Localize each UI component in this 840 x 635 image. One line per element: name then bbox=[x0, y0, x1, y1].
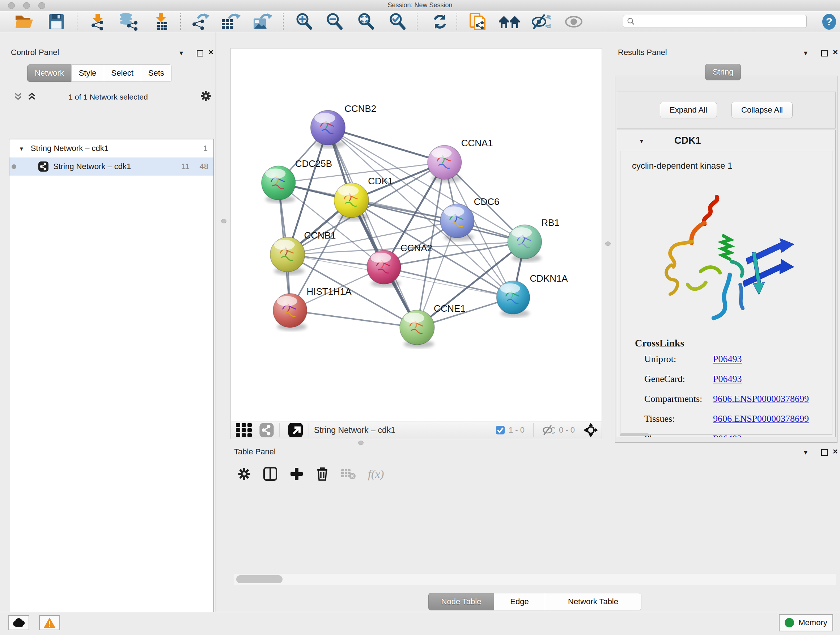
panel-close-icon[interactable]: × bbox=[208, 49, 213, 56]
network-options-gear-icon[interactable] bbox=[201, 90, 211, 103]
memory-label: Memory bbox=[798, 618, 827, 627]
right-splitter-handle[interactable] bbox=[605, 241, 611, 246]
table-options-gear-icon[interactable] bbox=[238, 467, 251, 480]
panel-maximize-icon[interactable] bbox=[821, 50, 828, 57]
network-row[interactable]: String Network – cdk1 11 48 bbox=[9, 157, 213, 176]
network-node-ccne1[interactable] bbox=[400, 310, 434, 348]
hidden-eye-icon[interactable] bbox=[542, 425, 555, 435]
tab-node-table[interactable]: Node Table bbox=[428, 593, 494, 610]
copy-network-icon[interactable] bbox=[467, 13, 489, 30]
crosslink-label: GeneCard: bbox=[621, 374, 713, 385]
zoom-fit-icon[interactable] bbox=[355, 13, 377, 30]
table-panel-title: Table Panel bbox=[234, 447, 276, 456]
network-canvas[interactable]: CCNB2CCNA1CDC25BCDK1CDC6RB1CCNB1CCNA2CDK… bbox=[231, 48, 602, 421]
network-node-cdkn1a[interactable] bbox=[497, 281, 530, 318]
crosslink-link[interactable]: P06493 bbox=[713, 354, 742, 364]
network-node-ccna1[interactable] bbox=[428, 145, 462, 182]
gene-detail-box: cyclin-dependent kinase 1 bbox=[620, 151, 832, 435]
crosslink-label: Compartments: bbox=[621, 394, 713, 404]
export-image-icon[interactable] bbox=[251, 13, 273, 30]
expand-all-button[interactable]: Expand All bbox=[660, 102, 717, 119]
node-label-ccna1: CCNA1 bbox=[461, 138, 493, 148]
results-outer-box: Expand All Collapse All ▼ CDK1 cyclin-de… bbox=[615, 76, 837, 443]
crosslink-row: Pharos:P06493 bbox=[621, 429, 832, 437]
panel-close-icon[interactable]: × bbox=[833, 448, 838, 455]
panel-float-icon[interactable]: ▾ bbox=[180, 49, 183, 57]
string-network-icon bbox=[38, 161, 49, 172]
show-columns-icon[interactable] bbox=[263, 467, 278, 481]
crosslink-link[interactable]: P06493 bbox=[713, 433, 742, 438]
detach-view-icon[interactable] bbox=[287, 423, 303, 437]
open-session-icon[interactable] bbox=[13, 13, 35, 30]
first-neighbors-icon[interactable] bbox=[497, 13, 522, 30]
cloud-button[interactable] bbox=[8, 615, 29, 630]
crosslink-link[interactable]: 9606.ENSP00000378699 bbox=[713, 394, 809, 404]
import-table-icon[interactable] bbox=[151, 13, 172, 30]
network-view-toolbar: String Network – cdk1 1 - 0 0 - 0 bbox=[231, 421, 602, 439]
network-collection-row[interactable]: ▼ String Network – cdk1 1 bbox=[9, 139, 213, 157]
tab-network-table[interactable]: Network Table bbox=[545, 593, 641, 610]
import-network-file-icon[interactable] bbox=[87, 13, 109, 30]
network-node-ccna2[interactable] bbox=[367, 250, 401, 287]
zoom-in-icon[interactable] bbox=[294, 13, 316, 30]
panel-maximize-icon[interactable] bbox=[821, 449, 828, 456]
export-network-icon[interactable] bbox=[189, 13, 211, 30]
tab-sets[interactable]: Sets bbox=[141, 65, 172, 82]
network-edge[interactable] bbox=[290, 310, 417, 328]
zoom-out-icon[interactable] bbox=[324, 13, 346, 30]
node-label-ccnb2: CCNB2 bbox=[344, 103, 376, 114]
table-toolbar: f(x) bbox=[233, 463, 837, 485]
left-splitter-handle[interactable] bbox=[221, 219, 226, 223]
tab-style[interactable]: Style bbox=[71, 65, 104, 82]
gene-symbol: CDK1 bbox=[674, 135, 701, 146]
warning-button[interactable] bbox=[39, 615, 60, 630]
network-node-hist1h1a[interactable] bbox=[273, 294, 307, 331]
title-bar: Session: New Session bbox=[0, 0, 840, 11]
tab-string[interactable]: String bbox=[705, 64, 741, 80]
network-node-ccnb1[interactable] bbox=[270, 237, 305, 275]
tab-edge-table[interactable]: Edge Table bbox=[494, 593, 545, 610]
network-node-ccnb2[interactable] bbox=[311, 111, 346, 149]
selected-checkbox-icon[interactable] bbox=[496, 425, 505, 435]
zoom-selected-icon[interactable] bbox=[387, 13, 409, 30]
panel-maximize-icon[interactable] bbox=[197, 50, 203, 57]
refresh-icon[interactable] bbox=[430, 13, 450, 30]
crosslink-row: Tissues:9606.ENSP00000378699 bbox=[621, 409, 832, 429]
save-session-icon[interactable] bbox=[46, 13, 66, 30]
delete-column-icon[interactable] bbox=[316, 467, 329, 481]
crosslink-link[interactable]: P06493 bbox=[713, 374, 742, 385]
table-hscroll-thumb[interactable] bbox=[236, 575, 283, 583]
crosslink-row: Uniprot:P06493 bbox=[621, 349, 832, 369]
panel-float-icon[interactable]: ▾ bbox=[804, 49, 807, 57]
table-hscrollbar[interactable] bbox=[234, 573, 836, 585]
add-column-icon[interactable] bbox=[290, 467, 303, 481]
birdseye-grid-icon[interactable] bbox=[236, 423, 253, 437]
gene-expander-icon[interactable]: ▼ bbox=[639, 138, 644, 144]
show-hide-icon[interactable] bbox=[530, 13, 552, 30]
tab-select[interactable]: Select bbox=[104, 65, 141, 82]
collapse-all-button[interactable]: Collapse All bbox=[731, 102, 793, 119]
function-builder-icon: f(x) bbox=[368, 467, 384, 481]
help-icon[interactable]: ? bbox=[821, 13, 837, 30]
crosslink-link[interactable]: 9606.ENSP00000378699 bbox=[713, 413, 809, 424]
search-input[interactable] bbox=[635, 17, 796, 26]
tree-expander-icon[interactable]: ▼ bbox=[19, 146, 24, 152]
network-edge[interactable] bbox=[328, 128, 417, 328]
panel-float-icon[interactable]: ▾ bbox=[804, 448, 807, 456]
crosshair-icon[interactable] bbox=[584, 423, 598, 437]
status-bar: Memory bbox=[0, 612, 840, 635]
results-hscroll-thumb[interactable] bbox=[620, 433, 649, 436]
network-edge[interactable] bbox=[328, 128, 444, 163]
network-node-rb1[interactable] bbox=[508, 225, 542, 262]
export-table-icon[interactable] bbox=[219, 13, 242, 30]
network-status-dot-icon bbox=[11, 165, 16, 169]
import-network-database-icon[interactable] bbox=[115, 13, 140, 30]
panel-close-icon[interactable]: × bbox=[833, 49, 838, 56]
crosslink-label: Uniprot: bbox=[621, 354, 713, 364]
network-node-cdk1[interactable] bbox=[334, 183, 369, 221]
network-node-cdc25b[interactable] bbox=[262, 166, 295, 203]
memory-button[interactable]: Memory bbox=[779, 614, 833, 631]
tab-network[interactable]: Network bbox=[27, 65, 72, 82]
collection-count: 1 bbox=[203, 144, 208, 153]
share-view-icon[interactable] bbox=[259, 423, 274, 438]
